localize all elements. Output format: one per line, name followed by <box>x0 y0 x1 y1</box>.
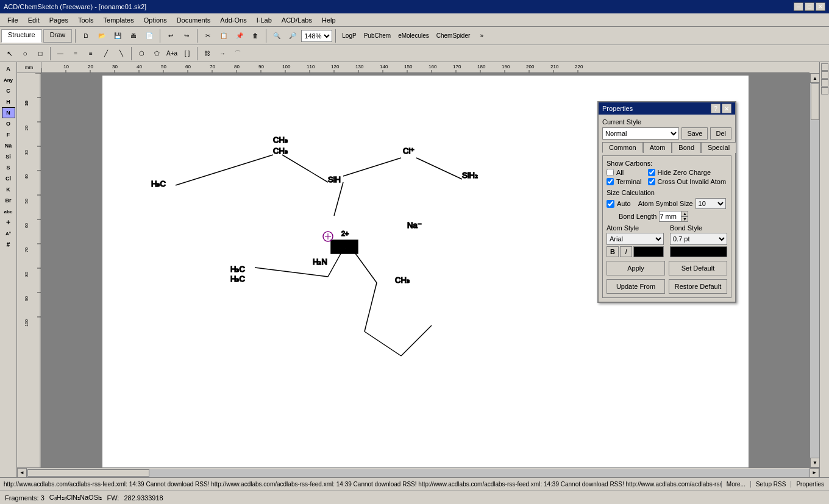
structure-tab[interactable]: Structure <box>1 29 42 43</box>
cut-btn[interactable]: ✂ <box>201 29 215 43</box>
elem-hash[interactable]: # <box>2 239 15 250</box>
bracket-btn[interactable]: [ ] <box>180 47 194 60</box>
atom-color-box[interactable] <box>633 246 664 257</box>
save-style-btn[interactable]: Save <box>681 127 708 140</box>
elem-Any[interactable]: Any <box>2 74 15 85</box>
ring-add-btn[interactable]: A+a <box>165 47 179 60</box>
spinner-down[interactable]: ▼ <box>681 216 688 222</box>
zoom-out-btn[interactable]: 🔎 <box>285 29 300 43</box>
rp-3[interactable] <box>821 79 828 87</box>
paste-btn[interactable]: 📌 <box>232 29 247 43</box>
logp-btn[interactable]: LogP <box>339 29 359 43</box>
menu-addons[interactable]: Add-Ons <box>215 15 251 25</box>
rp-1[interactable] <box>821 63 828 71</box>
cb-crossout[interactable] <box>648 178 655 185</box>
elem-add[interactable]: + <box>2 217 15 228</box>
bond-double-btn[interactable]: = <box>68 47 83 60</box>
scroll-left-btn[interactable]: ◄ <box>17 468 27 478</box>
ring-btn[interactable]: ⬡ <box>134 47 149 60</box>
set-default-btn[interactable]: Set Default <box>669 261 727 275</box>
scroll-track-h[interactable] <box>27 469 809 477</box>
spinner-up[interactable]: ▲ <box>681 211 688 216</box>
tab-common[interactable]: Common <box>602 142 643 153</box>
cb-terminal[interactable] <box>607 178 614 185</box>
update-from-btn[interactable]: Update From <box>607 279 665 294</box>
elem-N[interactable]: N <box>2 107 15 118</box>
scroll-thumb-h[interactable] <box>27 469 149 477</box>
menu-tools[interactable]: Tools <box>73 15 99 25</box>
atom-symbol-size-select[interactable]: 10 8 12 14 <box>696 198 726 209</box>
scroll-up-btn[interactable]: ▲ <box>810 73 819 83</box>
setup-rss-btn[interactable]: Setup RSS <box>750 481 791 488</box>
elem-Na[interactable]: Na <box>2 140 15 151</box>
select-btn[interactable]: ↖ <box>2 47 17 60</box>
elem-Si[interactable]: Si <box>2 151 15 162</box>
save-btn[interactable]: 💾 <box>110 29 125 43</box>
menu-pages[interactable]: Pages <box>44 15 73 25</box>
more-btn[interactable]: More... <box>721 481 750 488</box>
menu-options[interactable]: Options <box>139 15 172 25</box>
bond-triple-btn[interactable]: ≡ <box>84 47 98 60</box>
chemspider-btn[interactable]: ChemSpider <box>433 29 474 43</box>
scroll-right-btn[interactable]: ► <box>809 468 819 478</box>
elem-Br[interactable]: Br <box>2 195 15 206</box>
app-close-btn[interactable]: ✕ <box>816 2 825 11</box>
dialog-help-btn[interactable]: ? <box>711 104 720 113</box>
arrow-btn[interactable]: → <box>215 47 230 60</box>
lasso-btn[interactable]: ○ <box>18 47 32 60</box>
bond-size-select[interactable]: 0.7 pt 0.5 pt 1.0 pt 1.5 pt <box>670 233 727 245</box>
italic-btn[interactable]: I <box>620 246 632 257</box>
elem-A[interactable]: A <box>2 63 15 74</box>
redo-btn[interactable]: ↪ <box>179 29 194 43</box>
drawing-area[interactable]: H₃C CH₃ CH₃ <box>41 73 809 467</box>
bond-up-btn[interactable]: ╱ <box>99 47 113 60</box>
scroll-thumb-v[interactable] <box>811 83 819 120</box>
print-btn[interactable]: 🖶 <box>126 29 141 43</box>
tab-atom[interactable]: Atom <box>643 142 672 153</box>
curve-btn[interactable]: ⌒ <box>230 47 245 60</box>
open-btn[interactable]: 📂 <box>94 29 109 43</box>
minimize-btn[interactable]: − <box>794 2 803 11</box>
dialog-titlebar[interactable]: Properties ? ✕ <box>599 102 735 115</box>
zoom-select[interactable]: 148% 100% 200% <box>301 30 332 42</box>
undo-btn[interactable]: ↩ <box>163 29 178 43</box>
atom-font-select[interactable]: Arial Times New Roman Courier <box>607 233 664 245</box>
chain-btn[interactable]: ⛓ <box>200 47 215 60</box>
elem-K[interactable]: K <box>2 184 15 195</box>
scroll-down-btn[interactable]: ▼ <box>810 458 819 467</box>
draw-tab[interactable]: Draw <box>43 29 73 43</box>
cb-all[interactable] <box>607 169 614 176</box>
style-select[interactable]: Normal <box>602 127 679 140</box>
scroll-track-v[interactable] <box>810 83 819 458</box>
elem-F[interactable]: F <box>2 129 15 140</box>
elem-C[interactable]: C <box>2 85 15 96</box>
elem-abc[interactable]: abc <box>2 206 15 217</box>
properties-btn[interactable]: Properties <box>791 481 829 488</box>
restore-default-btn[interactable]: Restore Default <box>669 279 727 294</box>
tab-bond[interactable]: Bond <box>672 142 701 153</box>
bond-down-btn[interactable]: ╲ <box>114 47 129 60</box>
elem-Cl[interactable]: Cl <box>2 173 15 184</box>
bold-btn[interactable]: B <box>607 246 619 257</box>
apply-btn[interactable]: Apply <box>607 261 665 275</box>
menu-ilab[interactable]: I-Lab <box>252 15 277 25</box>
cb-hidezero[interactable] <box>648 169 655 176</box>
emolecules-btn[interactable]: eMolecules <box>395 29 432 43</box>
rp-4[interactable] <box>821 87 828 94</box>
tab-special[interactable]: Special <box>701 142 736 153</box>
pdf-btn[interactable]: 📄 <box>142 29 157 43</box>
menu-templates[interactable]: Templates <box>99 15 139 25</box>
pubchem-btn[interactable]: PubChem <box>361 29 394 43</box>
rp-2[interactable] <box>821 71 828 79</box>
menu-file[interactable]: File <box>2 15 23 25</box>
bond-single-btn[interactable]: — <box>53 47 68 60</box>
menu-help[interactable]: Help <box>317 15 341 25</box>
menu-documents[interactable]: Documents <box>172 15 216 25</box>
eraser-btn[interactable]: ◻ <box>33 47 48 60</box>
cb-auto[interactable] <box>607 200 614 208</box>
bond-color-box[interactable] <box>670 246 727 257</box>
ring5-btn[interactable]: ⬠ <box>149 47 164 60</box>
new-btn[interactable]: 🗋 <box>79 29 93 43</box>
maximize-btn[interactable]: □ <box>805 2 814 11</box>
dialog-close-btn[interactable]: ✕ <box>722 104 731 113</box>
